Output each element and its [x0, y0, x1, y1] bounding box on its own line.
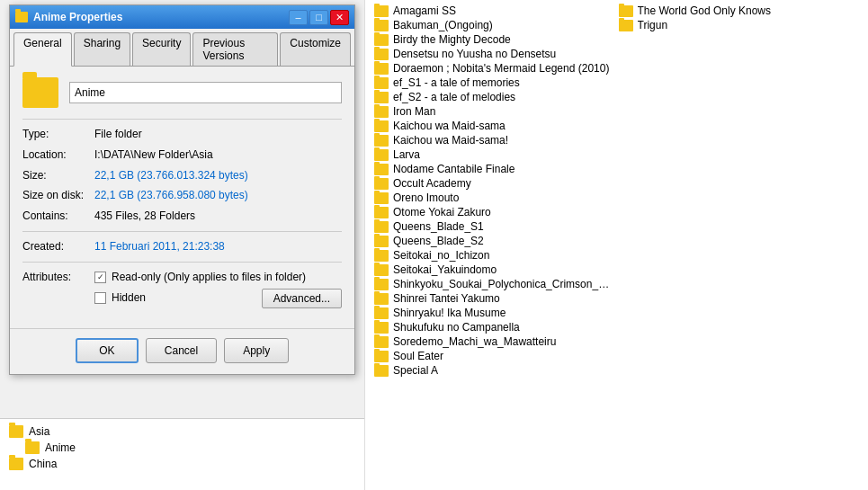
tab-previous-versions[interactable]: Previous Versions	[192, 32, 278, 66]
tab-customize[interactable]: Customize	[280, 32, 351, 66]
tab-sharing[interactable]: Sharing	[74, 32, 130, 66]
list-item[interactable]: Seitokai_Yakuindomo	[372, 263, 617, 277]
list-item[interactable]: The World God Only Knows	[617, 4, 862, 18]
created-label: Created:	[22, 239, 94, 254]
folder-icon	[9, 425, 23, 438]
item-label: Oreno Imouto	[393, 192, 459, 204]
readonly-label: Read-only (Only applies to files in fold…	[112, 270, 306, 285]
list-item[interactable]: Larva	[372, 147, 617, 162]
folder-icon	[25, 441, 40, 454]
folder-icon	[374, 236, 389, 247]
apply-button[interactable]: Apply	[224, 338, 289, 363]
tab-general[interactable]: General	[13, 32, 72, 67]
readonly-row: Read-only (Only applies to files in fold…	[94, 270, 342, 285]
item-label: Soul Eater	[393, 350, 443, 362]
list-item[interactable]: ef_S2 - a tale of melodies	[372, 90, 617, 104]
item-label: Queens_Blade_S1	[393, 220, 484, 233]
minimize-button[interactable]: –	[289, 10, 308, 25]
folder-icon	[374, 250, 389, 262]
list-item[interactable]: Densetsu no Yuusha no Densetsu	[372, 47, 617, 61]
item-label: Shinrei Tantei Yakumo	[393, 292, 500, 305]
readonly-checkbox[interactable]	[94, 272, 106, 283]
item-label: Kaichou wa Maid-sama!	[393, 134, 508, 147]
explorer-col-2: The World God Only KnowsTrigun	[617, 4, 862, 378]
prop-type: Type: File folder	[22, 127, 342, 142]
list-item[interactable]: Bakuman_(Ongoing)	[372, 18, 617, 32]
list-item[interactable]: Otome Yokai Zakuro	[372, 205, 617, 219]
list-item[interactable]: Seitokai_no_Ichizon	[372, 248, 617, 263]
folder-icon	[374, 279, 389, 290]
size-label: Size:	[22, 168, 94, 183]
list-item[interactable]: Shinrei Tantei Yakumo	[372, 291, 617, 306]
location-value: I:\DATA\New Folder\Asia	[94, 147, 342, 163]
folder-icon	[374, 77, 389, 89]
size-on-disk-label: Size on disk:	[22, 188, 94, 203]
advanced-button[interactable]: Advanced...	[262, 289, 342, 308]
divider-2	[22, 231, 342, 232]
dialog-title: Anime Properties	[15, 11, 122, 23]
divider-1	[22, 119, 342, 120]
folder-icon	[374, 120, 389, 132]
created-value: 11 Februari 2011, 21:23:38	[94, 239, 342, 254]
hidden-label: Hidden	[112, 290, 146, 306]
folder-icon	[374, 63, 389, 75]
item-label: Shinryaku! Ika Musume	[393, 307, 506, 319]
list-item[interactable]: Soul Eater	[372, 349, 617, 363]
list-item[interactable]: Shinryaku! Ika Musume	[372, 306, 617, 320]
explorer-left-china[interactable]: China	[9, 456, 355, 472]
list-item[interactable]: Amagami SS	[372, 4, 617, 18]
prop-location: Location: I:\DATA\New Folder\Asia	[22, 147, 342, 163]
list-item[interactable]: Trigun	[617, 18, 862, 32]
explorer-left-anime[interactable]: Anime	[9, 440, 355, 456]
item-label: Kaichou wa Maid-sama	[393, 120, 506, 132]
list-item[interactable]: Special A	[372, 363, 617, 378]
item-label: Special A	[393, 364, 438, 377]
list-item[interactable]: ef_S1 - a tale of memories	[372, 76, 617, 90]
list-item[interactable]: Occult Academy	[372, 176, 617, 191]
hidden-checkbox[interactable]	[94, 292, 106, 304]
list-item[interactable]: Doraemon ; Nobita's Mermaid Legend (2010…	[372, 61, 617, 76]
attributes-controls: Read-only (Only applies to files in fold…	[94, 270, 342, 312]
item-label: ef_S1 - a tale of memories	[393, 76, 520, 89]
ok-button[interactable]: OK	[76, 338, 139, 363]
dialog-tabs: General Sharing Security Previous Versio…	[10, 29, 354, 67]
item-label: Iron Man	[393, 105, 435, 118]
cancel-button[interactable]: Cancel	[146, 338, 217, 363]
list-item[interactable]: Iron Man	[372, 104, 617, 119]
folder-name-input[interactable]	[69, 82, 342, 103]
list-item[interactable]: Shukufuku no Campanella	[372, 320, 617, 334]
tab-security[interactable]: Security	[132, 32, 191, 66]
folder-icon	[374, 149, 389, 161]
item-label: Densetsu no Yuusha no Densetsu	[393, 48, 556, 60]
explorer-col-1: Amagami SSBakuman_(Ongoing)Birdy the Mig…	[372, 4, 617, 378]
list-item[interactable]: Queens_Blade_S1	[372, 219, 617, 234]
list-item[interactable]: Kaichou wa Maid-sama	[372, 119, 617, 133]
maximize-button[interactable]: □	[309, 10, 328, 25]
dialog-buttons: OK Cancel Apply	[10, 328, 354, 374]
item-label: Nodame Cantabile Finale	[393, 163, 515, 175]
item-label: Birdy the Mighty Decode	[393, 33, 511, 46]
folder-icon	[374, 192, 389, 204]
attributes-label: Attributes:	[22, 270, 94, 312]
prop-contains: Contains: 435 Files, 28 Folders	[22, 209, 342, 224]
item-label: Larva	[393, 148, 420, 161]
list-item[interactable]: Birdy the Mighty Decode	[372, 32, 617, 47]
folder-icon	[374, 365, 389, 377]
list-item[interactable]: Oreno Imouto	[372, 191, 617, 205]
properties-dialog: Anime Properties – □ ✕ General Sharing S…	[9, 4, 355, 375]
item-label: Shinkyoku_Soukai_Polychonica_Crimson_S (…	[393, 278, 615, 290]
attributes-row: Attributes: Read-only (Only applies to f…	[22, 270, 342, 312]
list-item[interactable]: Nodame Cantabile Finale	[372, 162, 617, 176]
contains-label: Contains:	[22, 209, 94, 224]
explorer-left-asia[interactable]: Asia	[9, 423, 355, 440]
explorer-left-asia-label: Asia	[29, 425, 49, 438]
divider-3	[22, 262, 342, 263]
list-item[interactable]: Shinkyoku_Soukai_Polychonica_Crimson_S (…	[372, 277, 617, 291]
title-folder-icon	[15, 12, 28, 22]
close-button[interactable]: ✕	[330, 10, 349, 25]
list-item[interactable]: Queens_Blade_S2	[372, 234, 617, 248]
list-item[interactable]: Kaichou wa Maid-sama!	[372, 133, 617, 147]
size-on-disk-value: 22,1 GB (23.766.958.080 bytes)	[94, 188, 342, 203]
list-item[interactable]: Soredemo_Machi_wa_Mawatteiru	[372, 334, 617, 349]
folder-icon	[374, 164, 389, 175]
